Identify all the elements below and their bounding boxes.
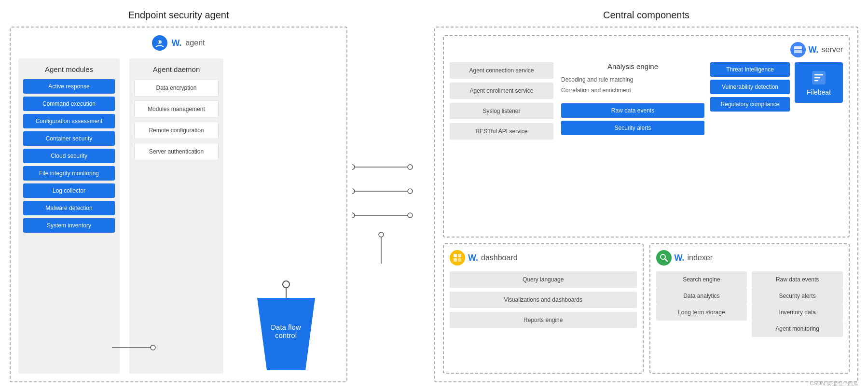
agent-daemon-panel: Agent daemon Data encryptionModules mana…: [129, 58, 223, 374]
dashboard-items: Query languageVisualizations and dashboa…: [450, 271, 637, 328]
dashboard-header: W. dashboard: [450, 250, 637, 266]
agent-label: agent: [185, 39, 205, 47]
modules-title: Agent modules: [23, 65, 115, 73]
analysis-item: Correlation and enrichment: [561, 85, 704, 96]
daemon-items: Data encryptionModules managementRemote …: [134, 79, 219, 160]
dashboard-item: Visualizations and dashboards: [450, 292, 637, 308]
analysis-title: Analysis engine: [561, 62, 704, 70]
server-box: W. server Agent connection serviceAgent …: [443, 35, 850, 238]
raw-data-btn[interactable]: Raw data events: [561, 103, 704, 118]
dashboard-icon: [450, 250, 465, 266]
left-panel: Endpoint security agent W. agent Agent m…: [10, 10, 347, 382]
filebeat-box: Filebeat: [795, 62, 843, 103]
bottom-sections: W. dashboard Query languageVisualization…: [443, 243, 850, 374]
indexer-box: W. indexer Search engineData analyticsLo…: [649, 243, 850, 374]
right-panel: Central components W. server Agent conne…: [434, 10, 858, 382]
middle-connector: [352, 10, 429, 382]
daemon-title: Agent daemon: [134, 65, 219, 73]
left-title: Endpoint security agent: [10, 10, 347, 21]
watermark: CSDN @运维个西瓜: [810, 380, 858, 387]
dashboard-box: W. dashboard Query languageVisualization…: [443, 243, 644, 374]
service-item: RESTful API service: [450, 123, 553, 140]
svg-point-11: [408, 189, 413, 194]
module-btn[interactable]: Cloud security: [23, 149, 115, 163]
server-label: server: [822, 45, 843, 54]
service-item: Agent enrollment service: [450, 83, 553, 99]
agent-w-letter: W.: [171, 38, 181, 48]
indexer-right-item: Inventory data: [752, 304, 843, 321]
module-btn[interactable]: Active response: [23, 79, 115, 94]
agent-inner: Agent modules Active responseCommand exe…: [18, 58, 339, 374]
data-flow-line2: control: [275, 331, 297, 339]
dashboard-w-letter: W.: [468, 253, 478, 263]
indexer-right-item: Raw data events: [752, 271, 843, 288]
daemon-item: Modules management: [134, 100, 219, 118]
module-btn[interactable]: Container security: [23, 131, 115, 146]
module-btn[interactable]: Malware detection: [23, 201, 115, 215]
analysis-item: Decoding and rule matching: [561, 74, 704, 85]
dashboard-item: Reports engine: [450, 312, 637, 328]
svg-rect-18: [794, 50, 802, 53]
right-title: Central components: [434, 10, 858, 21]
indexer-right-items: Raw data eventsSecurity alertsInventory …: [752, 271, 843, 337]
central-connections-svg: [352, 148, 429, 283]
analysis-engine-block: Analysis engine Decoding and rule matchi…: [561, 62, 843, 231]
svg-point-10: [352, 189, 355, 194]
svg-point-13: [352, 213, 355, 218]
indexer-icon: [656, 250, 672, 266]
threat-items: Threat IntelligenceVulnerability detecti…: [710, 62, 790, 114]
indexer-left-item: Long term storage: [656, 304, 747, 321]
indexer-left-item: Search engine: [656, 271, 747, 288]
module-btn[interactable]: System inventory: [23, 218, 115, 233]
endpoint-agent-box: W. agent Agent modules Active responseCo…: [10, 27, 347, 382]
dashboard-label: dashboard: [481, 253, 518, 262]
daemon-item: Server authentication: [134, 143, 219, 160]
agent-modules-panel: Agent modules Active responseCommand exe…: [18, 58, 120, 374]
analysis-text: Analysis engine Decoding and rule matchi…: [561, 62, 704, 231]
indexer-left-col: Search engineData analyticsLong term sto…: [656, 271, 747, 337]
svg-point-8: [408, 165, 413, 169]
analysis-items: Decoding and rule matchingCorrelation an…: [561, 74, 704, 96]
server-icon: [790, 42, 806, 57]
agent-header: W. agent: [18, 35, 339, 51]
module-btn[interactable]: File integrity monitoring: [23, 166, 115, 181]
security-alerts-btn[interactable]: Security alerts: [561, 121, 704, 135]
daemon-item: Remote configuration: [134, 122, 219, 139]
threat-btns: Threat IntelligenceVulnerability detecti…: [710, 62, 790, 114]
server-w-letter: W.: [809, 45, 819, 55]
agent-icon: [152, 35, 167, 51]
threat-filebeat-col: Threat IntelligenceVulnerability detecti…: [710, 62, 843, 231]
main-container: Endpoint security agent W. agent Agent m…: [0, 0, 868, 392]
svg-point-7: [352, 165, 355, 169]
svg-line-25: [665, 259, 667, 261]
threat-btn[interactable]: Vulnerability detection: [710, 80, 790, 94]
svg-point-2: [283, 281, 289, 288]
module-btn[interactable]: Command execution: [23, 97, 115, 111]
svg-rect-20: [454, 254, 457, 257]
output-items: Raw data events Security alerts: [561, 103, 704, 135]
server-header: W. server: [450, 42, 843, 57]
central-components-box: W. server Agent connection serviceAgent …: [434, 27, 858, 382]
server-inner: Agent connection serviceAgent enrollment…: [450, 62, 843, 231]
indexer-right-item: Security alerts: [752, 288, 843, 304]
module-buttons: Active responseCommand executionConfigur…: [23, 79, 115, 236]
indexer-left-item: Data analytics: [656, 288, 747, 304]
module-btn[interactable]: Log collector: [23, 183, 115, 198]
threat-btn[interactable]: Threat Intelligence: [710, 62, 790, 77]
svg-rect-21: [458, 254, 461, 257]
svg-rect-22: [454, 258, 457, 262]
threat-btn[interactable]: Regulatory compliance: [710, 97, 790, 112]
svg-rect-17: [794, 46, 802, 49]
service-item: Syslog listener: [450, 103, 553, 119]
svg-point-14: [408, 213, 413, 218]
indexer-left-items: Search engineData analyticsLong term sto…: [656, 271, 747, 321]
service-item: Agent connection service: [450, 62, 553, 79]
svg-point-16: [379, 232, 384, 237]
module-btn[interactable]: Configuration assessment: [23, 114, 115, 128]
indexer-right-col: Raw data eventsSecurity alertsInventory …: [752, 271, 843, 337]
daemon-item: Data encryption: [134, 79, 219, 97]
data-flow-line1: Data flow: [271, 323, 301, 331]
data-flow-area: Data flow control: [233, 58, 339, 374]
services-column: Agent connection serviceAgent enrollment…: [450, 62, 553, 231]
indexer-w-letter: W.: [675, 253, 685, 263]
